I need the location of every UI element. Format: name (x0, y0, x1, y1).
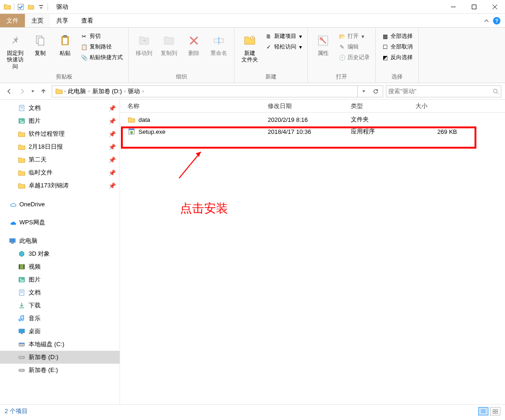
dropdown-icon[interactable] (37, 3, 45, 11)
cut-button[interactable]: ✂剪切 (78, 31, 125, 41)
recent-dropdown[interactable] (30, 86, 36, 97)
pin-quick-access-button[interactable]: 固定到 快速访问 (4, 31, 27, 72)
close-button[interactable] (484, 0, 505, 14)
invert-selection-button[interactable]: ◩反向选择 (379, 53, 415, 62)
checkbox-icon[interactable] (17, 3, 24, 11)
properties-button[interactable]: 属性 (312, 31, 335, 58)
sidebar-item[interactable]: 图片 (0, 273, 120, 286)
sidebar-item[interactable]: 2月18日日报📌 (0, 140, 120, 153)
sidebar-onedrive[interactable]: OneDrive (0, 198, 120, 210)
column-type[interactable]: 类型 (351, 102, 415, 110)
annotation-arrow (175, 150, 203, 182)
copy-button[interactable]: 复制 (29, 31, 52, 58)
search-icon[interactable] (493, 88, 499, 95)
ribbon-tabs: 文件 主页 共享 查看 ? (0, 14, 505, 28)
up-button[interactable] (38, 86, 49, 97)
navigation-pane[interactable]: 文档📌图片📌软件过程管理📌2月18日日报📌第二天📌临时文件📌卓越173刘锦涛📌O… (0, 100, 120, 404)
breadcrumb-item[interactable]: 驱动 (126, 87, 141, 96)
sidebar-item[interactable]: 图片📌 (0, 114, 120, 127)
svg-marker-48 (196, 152, 201, 157)
sidebar-item[interactable]: 3D 对象 (0, 247, 120, 260)
sidebar-item[interactable]: 本地磁盘 (C:) (0, 338, 120, 351)
tab-share[interactable]: 共享 (50, 14, 75, 27)
paste-button[interactable]: 粘贴 (54, 31, 77, 58)
view-icons-button[interactable] (490, 407, 500, 415)
copy-path-button[interactable]: 📋复制路径 (78, 42, 125, 52)
sidebar-item[interactable]: 下载 (0, 299, 120, 312)
select-all-button[interactable]: ▦全部选择 (379, 31, 415, 41)
new-folder-button[interactable]: ✦ 新建 文件夹 (238, 31, 261, 65)
history-icon: 🕘 (338, 54, 346, 61)
open-button[interactable]: 📂打开▾ (337, 31, 372, 41)
file-list[interactable]: data2020/2/19 8:16文件夹Setup.exe2018/4/17 … (120, 113, 505, 404)
breadcrumb-bar[interactable]: ›此电脑›新加卷 (D:)›驱动› (52, 85, 383, 97)
easy-access-button[interactable]: ✓轻松访问▾ (263, 42, 304, 52)
sidebar-item[interactable]: 临时文件📌 (0, 166, 120, 179)
sidebar-item[interactable]: 桌面 (0, 325, 120, 338)
select-none-button[interactable]: ☐全部取消 (379, 42, 415, 52)
column-name[interactable]: 名称 (120, 102, 268, 110)
group-open: 属性 📂打开▾ ✎编辑 🕘历史记录 打开 (308, 28, 376, 83)
move-to-button[interactable]: 移动到 (132, 31, 156, 58)
refresh-button[interactable] (370, 86, 382, 97)
onedrive-icon (8, 200, 17, 208)
sidebar-item[interactable]: 卓越173刘锦涛📌 (0, 179, 120, 192)
column-headers[interactable]: 名称 修改日期 类型 大小 (120, 100, 505, 113)
picture-icon (18, 276, 26, 284)
folder-small-icon[interactable] (27, 3, 35, 11)
sidebar-wps[interactable]: WPS网盘 (0, 216, 120, 229)
sidebar-item[interactable]: 第二天📌 (0, 153, 120, 166)
desktop-icon (18, 327, 26, 336)
sidebar-item[interactable]: 文档📌 (0, 102, 120, 114)
history-button[interactable]: 🕘历史记录 (337, 53, 372, 62)
breadcrumb-item[interactable]: 新加卷 (D:) (91, 87, 123, 96)
search-input[interactable] (388, 88, 493, 95)
group-organize-label: 组织 (132, 72, 230, 83)
sidebar-item-label: 下载 (29, 301, 41, 310)
file-row[interactable]: data2020/2/19 8:16文件夹 (120, 114, 505, 126)
sidebar-this-pc[interactable]: 此电脑 (0, 234, 120, 247)
folder-icon (18, 156, 26, 164)
file-date: 2020/2/19 8:16 (268, 116, 351, 123)
pin-icon (8, 33, 23, 48)
tab-home[interactable]: 主页 (25, 14, 50, 27)
column-date[interactable]: 修改日期 (268, 102, 351, 110)
file-type: 文件夹 (351, 115, 415, 124)
breadcrumb-dropdown[interactable] (358, 86, 370, 97)
sidebar-item[interactable]: 新加卷 (E:) (0, 364, 120, 377)
edit-button[interactable]: ✎编辑 (337, 42, 372, 52)
new-item-button[interactable]: 🗎新建项目▾ (263, 31, 304, 41)
scissors-icon: ✂ (80, 33, 88, 40)
copyto-icon (162, 33, 176, 48)
column-size[interactable]: 大小 (415, 102, 462, 110)
minimize-button[interactable] (443, 0, 463, 14)
back-button[interactable] (4, 86, 15, 97)
rename-button[interactable]: 重命名 (207, 31, 230, 58)
tab-view[interactable]: 查看 (75, 14, 100, 27)
sidebar-item[interactable]: 软件过程管理📌 (0, 127, 120, 140)
collapse-ribbon-icon[interactable] (484, 18, 489, 24)
selectnone-icon: ☐ (381, 43, 389, 51)
chevron-right-icon: › (142, 89, 144, 94)
help-icon[interactable]: ? (493, 17, 500, 24)
forward-button[interactable] (17, 86, 28, 97)
sidebar-item[interactable]: 音乐 (0, 312, 120, 325)
breadcrumb-item[interactable]: 此电脑 (66, 87, 87, 96)
pin-icon: 📌 (108, 144, 116, 150)
window-title: 驱动 (56, 3, 68, 11)
maximize-button[interactable] (463, 0, 484, 14)
view-details-button[interactable] (478, 407, 488, 415)
file-date: 2018/4/17 10:36 (268, 128, 351, 135)
sidebar-item-label: 新加卷 (D:) (29, 353, 58, 361)
tab-file[interactable]: 文件 (0, 14, 25, 27)
sidebar-item[interactable]: 文档 (0, 286, 120, 299)
sidebar-item[interactable]: 视频 (0, 260, 120, 273)
sidebar-item-label: 图片 (29, 276, 41, 284)
sidebar-item[interactable]: 新加卷 (D:) (0, 351, 120, 364)
search-box[interactable] (386, 85, 501, 97)
copy-to-button[interactable]: 复制到 (157, 31, 180, 58)
path-icon: 📋 (80, 43, 88, 51)
file-row[interactable]: Setup.exe2018/4/17 10:36应用程序269 KB (120, 126, 505, 138)
delete-button[interactable]: 删除 (182, 31, 205, 58)
paste-shortcut-button[interactable]: 📎粘贴快捷方式 (78, 53, 125, 62)
